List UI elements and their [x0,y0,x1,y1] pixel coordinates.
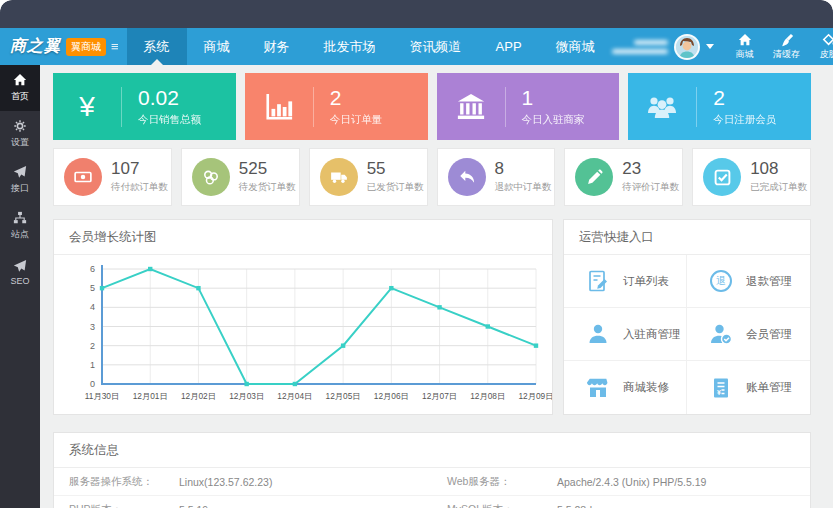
nav-item-system[interactable]: 系统 [127,28,187,65]
main-menu: 系统 商城 财务 批发市场 资讯频道 APP 微商城 [127,28,612,65]
tool-skin[interactable]: 皮肤 [808,28,833,65]
nav-item-wechat-mall[interactable]: 微商城 [539,28,612,65]
stat-value: 1 [522,86,585,110]
tool-label: 清缓存 [773,48,800,61]
paper-plane-icon [13,259,27,273]
avatar[interactable] [674,34,700,60]
sidebar-item-label: 接口 [11,182,29,195]
bank-icon [437,92,505,122]
mini-value: 108 [750,160,807,179]
quick-entry-merchant[interactable]: 入驻商管理 [564,308,687,361]
mini-value: 23 [622,160,679,179]
member-growth-chart: 11月30日12月01日12月02日12月03日12月04日12月05日12月0… [54,255,552,412]
paper-plane-icon [13,165,27,179]
home-icon [13,73,27,87]
quick-entry-billing[interactable]: ¥ 账单管理 [687,361,810,414]
svg-text:2: 2 [90,341,95,351]
sysinfo-key: 服务器操作系统： [69,475,179,489]
truck-icon [320,158,358,196]
user-menu[interactable] [612,28,724,65]
svg-text:12月01日: 12月01日 [133,391,168,401]
sitemap-icon [13,211,27,225]
panel-title: 系统信息 [54,433,810,468]
sidebar-item-label: 设置 [11,136,29,149]
nav-item-mall[interactable]: 商城 [187,28,247,65]
shop-decor-icon [584,376,612,400]
gear-icon [13,119,27,133]
pencil-icon [575,158,613,196]
sysinfo-key: PHP版本： [69,503,179,508]
tool-label: 皮肤 [820,48,833,61]
sidebar-item-api[interactable]: 接口 [0,157,40,203]
stat-label: 今日订单量 [330,113,383,127]
nav-item-app[interactable]: APP [479,28,539,65]
quick-entry-panel: 运营快捷入口 订单列表 退 退款管理 [563,219,811,415]
sidebar-item-settings[interactable]: 设置 [0,111,40,157]
mini-label: 已发货订单数 [367,181,424,194]
mini-card-pending-shipment: 525 待发货订单数 [181,148,300,206]
check-square-icon [703,158,741,196]
avatar-image [676,36,698,58]
cash-icon [64,158,102,196]
merchant-icon [584,322,612,346]
svg-text:12月09日: 12月09日 [518,391,552,401]
nav-item-finance[interactable]: 财务 [247,28,307,65]
stat-label: 今日注册会员 [713,113,776,127]
mini-value: 525 [239,160,296,179]
mini-label: 待评价订单数 [622,181,679,194]
quick-entry-label: 商城装修 [623,380,669,395]
sidebar-item-home[interactable]: 首页 [0,65,40,111]
sysinfo-value: 5.5.28-log [557,504,604,508]
system-info-row: PHP版本： 5.5.19 MySQL版本： 5.5.28-log [54,496,810,508]
svg-text:12月04日: 12月04日 [277,391,312,401]
svg-text:5: 5 [90,283,95,293]
order-stat-row: 107 待付款订单数 525 待发货订单数 [53,148,811,206]
logo-badge: 翼商城 [66,38,106,56]
toolbar: 商城 清缓存 皮肤 ? 帮助中心 [724,28,833,65]
system-info-row: 服务器操作系统： Linux(123.57.62.23) Web服务器： Apa… [54,468,810,496]
sysinfo-value: Linux(123.57.62.23) [179,476,272,488]
quick-entry-shop-decoration[interactable]: 商城装修 [564,361,687,414]
sidebar-item-seo[interactable]: SEO [0,249,40,295]
member-growth-chart-panel: 会员增长统计图 11月30日12月01日12月02日12月03日12月04日12… [53,219,553,415]
mini-card-shipped: 55 已发货订单数 [309,148,428,206]
stat-value: 0.02 [138,86,201,110]
yen-icon: ¥ [53,91,121,123]
stat-card-row: ¥ 0.02 今日销售总额 2 今日订单量 [53,73,811,140]
stat-value: 2 [330,86,383,110]
stat-card-orders-today: 2 今日订单量 [245,73,428,140]
left-sidebar: 首页 设置 接口 站点 [0,65,40,508]
quick-entry-label: 账单管理 [746,380,792,395]
svg-text:6: 6 [90,264,95,274]
stat-label: 今日销售总额 [138,113,201,127]
sidebar-item-label: 站点 [11,228,29,241]
tool-shop[interactable]: 商城 [724,28,766,65]
sidebar-item-label: SEO [10,276,29,286]
sysinfo-key: MySQL版本： [447,503,557,508]
stat-card-sales-today: ¥ 0.02 今日销售总额 [53,73,236,140]
logo-text: 商之翼 [10,36,61,57]
quick-entry-order-list[interactable]: 订单列表 [564,255,687,308]
app-logo[interactable]: 商之翼 翼商城 ≡ [0,28,127,65]
nav-item-news[interactable]: 资讯频道 [393,28,479,65]
quick-entry-label: 订单列表 [623,274,669,289]
bill-icon: ¥ [707,376,735,400]
svg-text:3: 3 [90,322,95,332]
sidebar-item-site[interactable]: 站点 [0,203,40,249]
quick-entry-refund[interactable]: 退 退款管理 [687,255,810,308]
svg-text:0: 0 [90,379,95,389]
nav-item-wholesale[interactable]: 批发市场 [307,28,393,65]
stat-card-merchants-today: 1 今日入驻商家 [437,73,620,140]
stat-value: 2 [713,86,776,110]
quick-entry-member[interactable]: 会员管理 [687,308,810,361]
quick-entry-label: 退款管理 [746,274,792,289]
sysinfo-value: 5.5.19 [179,504,208,508]
stat-card-members-today: 2 今日注册会员 [628,73,811,140]
dashboard-content: ¥ 0.02 今日销售总额 2 今日订单量 [40,65,833,508]
quick-entry-label: 入驻商管理 [623,327,681,342]
tool-clear-cache[interactable]: 清缓存 [766,28,808,65]
menu-collapse-icon[interactable]: ≡ [111,40,119,53]
username-blurred [612,40,668,54]
sysinfo-value: Apache/2.4.3 (Unix) PHP/5.5.19 [557,476,706,488]
svg-text:1: 1 [90,360,95,370]
